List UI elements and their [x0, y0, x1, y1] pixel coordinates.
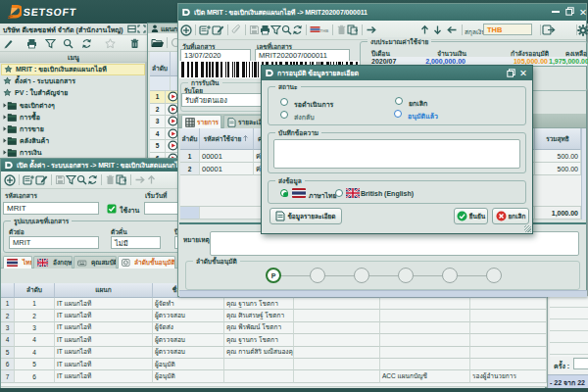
col-header[interactable]: รวมสุทธิ: [535, 128, 581, 150]
filter-icon[interactable]: [270, 24, 281, 35]
cell[interactable]: [294, 310, 380, 321]
cell[interactable]: ผู้ตรวจสอบ: [153, 347, 224, 359]
save-icon[interactable]: [55, 174, 66, 185]
confirm-button[interactable]: ยืนยัน: [454, 208, 488, 224]
cell[interactable]: [470, 322, 547, 334]
search-icon[interactable]: [76, 174, 87, 185]
pending-col-header[interactable]: ลำดับ: [150, 52, 171, 76]
cell[interactable]: IT แผนกไอที: [55, 359, 153, 370]
cell[interactable]: [380, 334, 470, 346]
col-header[interactable]: แผนก: [55, 283, 153, 298]
table-scrollbar[interactable]: [581, 128, 586, 220]
lang-thai-radio[interactable]: [280, 189, 288, 197]
edit-doc-icon[interactable]: [35, 174, 48, 185]
sign-icon[interactable]: [3, 38, 14, 49]
pending-row-number[interactable]: 3: [150, 116, 166, 128]
split-window-icon[interactable]: [127, 24, 136, 33]
down-icon[interactable]: [432, 24, 443, 35]
separator-input[interactable]: ไม่มี: [111, 236, 161, 249]
menu-item-3[interactable]: PV : ใบสำคัญจ่าย: [1, 87, 145, 99]
cancel-button[interactable]: ยกเลิก: [492, 208, 529, 224]
cell[interactable]: [470, 347, 547, 359]
currency-input[interactable]: THB: [483, 24, 532, 35]
settings-tab-3[interactable]: คุณสมบัติ: [74, 256, 117, 269]
refresh-icon[interactable]: [87, 174, 98, 185]
menu-item-4[interactable]: ขอเบิกต่างๆ: [1, 99, 145, 111]
add-icon[interactable]: [180, 24, 192, 36]
cell[interactable]: 2: [1, 310, 15, 321]
approval-step-5[interactable]: [442, 268, 458, 283]
mrit-tab-1[interactable]: รายการ: [181, 115, 221, 128]
cell[interactable]: IT แผนกไอที: [55, 310, 153, 321]
approval-step-2[interactable]: [310, 268, 325, 283]
pending-row-number[interactable]: 4: [150, 128, 166, 141]
edit-doc-icon[interactable]: [212, 24, 224, 35]
refresh-icon[interactable]: [81, 38, 92, 49]
cell[interactable]: [380, 347, 470, 359]
delete-icon[interactable]: [105, 174, 116, 185]
doc-code-input[interactable]: MRIT: [3, 202, 99, 215]
cell[interactable]: คุณ ศิรเศรษฐ์ โชตกา: [224, 310, 294, 321]
cell[interactable]: 2: [15, 310, 55, 321]
close-button[interactable]: ✕: [579, 7, 586, 18]
cell[interactable]: [380, 310, 470, 321]
next-icon[interactable]: [366, 24, 377, 35]
filter-icon[interactable]: [45, 38, 56, 49]
cell[interactable]: [294, 322, 380, 334]
cell[interactable]: ACC แผนกบัญชี: [380, 370, 470, 382]
mrit-bottom-scrollbar[interactable]: [179, 290, 587, 297]
new-doc-icon[interactable]: [23, 174, 35, 185]
cell[interactable]: 6: [1, 359, 15, 370]
cell[interactable]: ผู้ตรวจสอบ: [153, 334, 224, 346]
cell[interactable]: IT แผนกไอที: [55, 334, 153, 346]
cell[interactable]: 3: [1, 322, 15, 334]
cell[interactable]: รองผู้อำนวยการ: [470, 370, 547, 382]
mrit-titlebar[interactable]: เปิด MRIT : ขอเบิกเงินสดแผนกไอที -> MRIT…: [178, 4, 586, 21]
lang-eng-radio[interactable]: [335, 189, 343, 197]
pending-row-number[interactable]: 1: [150, 91, 166, 104]
settings-tab-1[interactable]: ไทย: [3, 256, 32, 269]
expand-icon[interactable]: [137, 24, 146, 33]
col-header[interactable]: [1, 283, 15, 298]
minimize-button[interactable]: [552, 11, 560, 13]
up-icon[interactable]: [146, 174, 157, 185]
cell[interactable]: [294, 298, 380, 310]
status-radio-1[interactable]: [280, 98, 288, 106]
cell[interactable]: [294, 334, 380, 346]
cell[interactable]: [470, 359, 547, 370]
print-icon[interactable]: [260, 24, 270, 35]
cell[interactable]: 5: [1, 347, 15, 359]
print-icon[interactable]: [26, 38, 37, 49]
prefix-input[interactable]: MRIT: [9, 236, 99, 249]
note-textarea[interactable]: [273, 139, 520, 169]
exit-icon[interactable]: [542, 24, 556, 35]
cell[interactable]: IT แผนกไอที: [55, 298, 153, 310]
cell[interactable]: [470, 310, 547, 321]
save-icon[interactable]: [249, 24, 260, 35]
cell[interactable]: IT แผนกไอที: [55, 347, 153, 359]
cell[interactable]: คุณ กานต์สิริ มณีสนองคุณ: [224, 347, 294, 359]
up-icon[interactable]: [419, 24, 430, 35]
cell[interactable]: 7: [1, 370, 15, 382]
resize-grip[interactable]: [524, 225, 531, 232]
dialog-restore-button[interactable]: [507, 69, 515, 77]
approval-step-1[interactable]: P: [266, 268, 281, 283]
cell[interactable]: [294, 370, 380, 382]
menu-item-6[interactable]: การขาย: [1, 123, 145, 135]
add-icon[interactable]: [4, 174, 16, 186]
cell[interactable]: 4: [15, 347, 55, 359]
cell[interactable]: คุณ พีรพัฒน์ โชตกา: [224, 322, 294, 334]
delete-icon[interactable]: [129, 38, 140, 49]
menu-item-2[interactable]: ตั้งค่า - ระบบเอกสาร: [1, 75, 145, 87]
cell[interactable]: ผู้อนุมัติ: [153, 359, 224, 370]
menu-item-5[interactable]: การซื้อ: [1, 111, 145, 122]
active-checkbox[interactable]: [107, 204, 117, 214]
cell[interactable]: [224, 359, 294, 370]
settings-tab-2[interactable]: อังกฤษ: [33, 256, 73, 269]
folder-open-icon[interactable]: [151, 37, 164, 48]
cell[interactable]: ผู้จัดทำ: [153, 298, 224, 310]
menu-item-1[interactable]: MRIT : ขอเบิกเงินสดแผนกไอที: [1, 64, 145, 75]
approval-step-4[interactable]: [398, 268, 414, 283]
cell[interactable]: [294, 347, 380, 359]
favorite-icon[interactable]: [105, 38, 116, 49]
